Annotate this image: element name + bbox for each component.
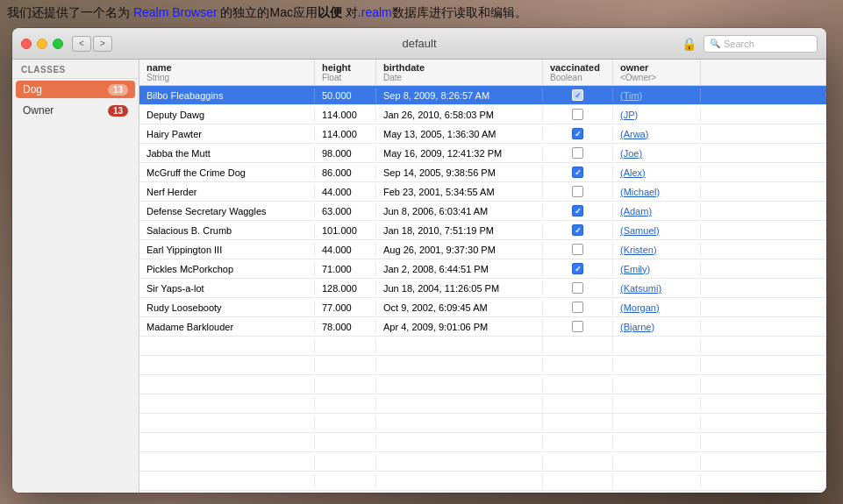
cell-owner: (Kristen) [613,243,701,257]
owner-link[interactable]: (Morgan) [620,302,660,313]
table-row[interactable]: Deputy Dawg114.000Jan 26, 2010, 6:58:03 … [139,105,826,124]
cell-empty [701,397,826,411]
cell-birthdate: Jun 18, 2004, 11:26:05 PM [376,281,543,295]
table-row[interactable]: Rudy Loosebooty77.000Oct 9, 2002, 6:09:4… [139,298,826,317]
owner-link[interactable]: (Michael) [620,187,660,197]
cell-empty [315,378,376,392]
owner-link[interactable]: (JP) [620,110,638,120]
vaccinated-checkbox[interactable] [572,89,583,101]
owner-link[interactable]: (Samuel) [620,225,660,236]
table-row-empty [139,452,826,472]
cell-vaccinated [543,280,613,295]
owner-link[interactable]: (Emily) [620,264,650,274]
cell-empty [701,455,826,469]
search-bar[interactable]: 🔍 Search [704,35,818,53]
cell-extra [701,325,826,329]
minimize-button[interactable] [37,39,47,49]
cell-empty [139,397,315,411]
cell-empty [543,339,613,353]
cell-owner: (Emily) [613,262,701,276]
cell-birthdate: Aug 26, 2001, 9:37:30 PM [376,243,543,257]
sidebar-item-owner[interactable]: Owner 13 [16,102,135,119]
vaccinated-checkbox[interactable] [572,205,583,217]
cell-empty [613,358,701,373]
vaccinated-checkbox[interactable] [572,244,583,255]
sidebar: CLASSES Dog 13 Owner 13 [12,60,139,493]
owner-link[interactable]: (Arwa) [620,129,648,139]
vaccinated-checkbox[interactable] [572,147,583,159]
cell-name: Hairy Pawter [139,127,315,141]
cell-name: Earl Yippington III [139,243,315,257]
cell-birthdate: May 13, 2005, 1:36:30 AM [376,127,543,141]
owner-link[interactable]: (Katsumi) [620,283,661,294]
lock-icon[interactable]: 🔒 [682,37,697,51]
owner-link[interactable]: (Adam) [620,206,652,217]
owner-link[interactable]: (Kristen) [620,245,657,255]
col-header-extra [701,60,826,85]
table-row[interactable]: Hairy Pawter114.000May 13, 2005, 1:36:30… [139,124,826,144]
table-row[interactable]: Bilbo Fleabaggins50.000Sep 8, 2009, 8:26… [139,86,826,105]
cell-vaccinated [543,146,613,160]
table-row[interactable]: Defense Secretary Waggles63.000Jun 8, 20… [139,202,826,221]
cell-height: 71.000 [315,262,376,276]
table-row[interactable]: Salacious B. Crumb101.000Jan 18, 2010, 7… [139,221,826,240]
table-row[interactable]: Jabba the Mutt98.000May 16, 2009, 12:41:… [139,144,826,163]
table-row-empty [139,337,826,356]
table-header: name String height Float birthdate Date … [139,60,826,86]
nav-buttons: < > [72,36,112,52]
forward-button[interactable]: > [93,36,112,52]
cell-owner: (Michael) [613,185,701,199]
owner-link[interactable]: (Bjarne) [620,322,654,332]
close-button[interactable] [21,39,32,49]
col-header-name: name String [139,60,315,85]
table-row[interactable]: Nerf Herder44.000Feb 23, 2001, 5:34:55 A… [139,182,826,202]
cell-extra [701,152,826,155]
table-row[interactable]: Madame Barklouder78.000Apr 4, 2009, 9:01… [139,317,826,337]
vaccinated-checkbox[interactable] [572,263,583,274]
owner-link[interactable]: (Tim) [620,90,642,101]
sidebar-item-dog[interactable]: Dog 13 [16,81,135,98]
table-row[interactable]: McGruff the Crime Dog86.000Sep 14, 2005,… [139,163,826,182]
cell-empty [315,474,376,488]
cell-owner: (Morgan) [613,301,701,315]
vaccinated-checkbox[interactable] [572,167,583,178]
col-header-height: height Float [315,60,376,85]
cell-name: McGruff the Crime Dog [139,166,315,180]
table-row-empty [139,414,826,433]
cell-vaccinated [543,223,613,238]
vaccinated-checkbox[interactable] [572,186,583,197]
cell-extra [701,306,826,309]
sidebar-item-dog-label: Dog [23,83,42,96]
owner-link[interactable]: (Joe) [620,148,642,159]
vaccinated-checkbox[interactable] [572,321,583,332]
cell-extra [701,94,826,97]
cell-vaccinated [543,88,613,103]
sidebar-item-dog-badge: 13 [108,84,128,96]
cell-height: 78.000 [315,320,376,334]
cell-name: Nerf Herder [139,185,315,199]
table-row[interactable]: Earl Yippington III44.000Aug 26, 2001, 9… [139,240,826,259]
cell-empty [701,416,826,430]
table-row-empty [139,375,826,394]
cell-name: Pickles McPorkchop [139,262,315,276]
vaccinated-checkbox[interactable] [572,128,583,139]
owner-link[interactable]: (Alex) [620,167,646,178]
table-row-empty [139,356,826,375]
cell-empty [376,339,543,353]
cell-empty [613,378,701,392]
cell-empty [139,358,315,373]
cell-vaccinated [543,242,613,257]
table-row[interactable]: Pickles McPorkchop71.000Jan 2, 2008, 6:4… [139,259,826,279]
vaccinated-checkbox[interactable] [572,224,583,236]
cell-empty [315,416,376,430]
vaccinated-checkbox[interactable] [572,109,583,120]
cell-owner: (Arwa) [613,127,701,141]
table-row[interactable]: Sir Yaps-a-lot128.000Jun 18, 2004, 11:26… [139,279,826,298]
vaccinated-checkbox[interactable] [572,302,583,313]
maximize-button[interactable] [53,39,63,49]
cell-empty [376,455,543,469]
vaccinated-checkbox[interactable] [572,282,583,294]
cell-birthdate: May 16, 2009, 12:41:32 PM [376,146,543,160]
cell-height: 114.000 [315,127,376,141]
back-button[interactable]: < [72,36,91,52]
